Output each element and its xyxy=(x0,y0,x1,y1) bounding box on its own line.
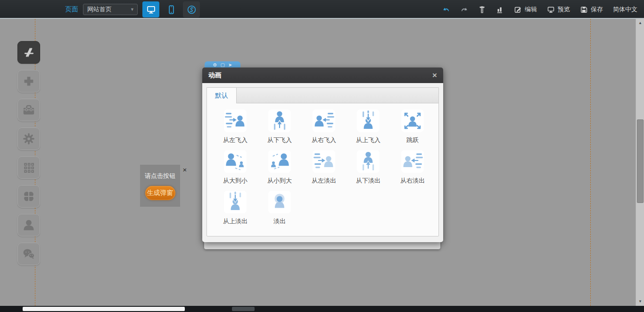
big-to-small-icon xyxy=(224,150,247,173)
mobile-view-button[interactable] xyxy=(163,1,180,17)
animation-item-fly-in-top[interactable]: 从上飞入 xyxy=(346,110,390,150)
guide-line-right xyxy=(590,19,591,306)
sidebar-item-components[interactable] xyxy=(17,185,40,208)
dialog-body: 默认 从左飞入从下飞入从右飞入从上飞入跳跃从大到小从小到大从左淡出从下淡出从右淡… xyxy=(202,83,443,242)
animation-label: 跳跃 xyxy=(406,136,419,144)
animation-label: 从左淡出 xyxy=(312,177,336,185)
edit-icon xyxy=(514,6,522,14)
animation-dialog: 动画 × 默认 从左飞入从下飞入从右飞入从上飞入跳跃从大到小从小到大从左淡出从下… xyxy=(202,67,443,242)
phone-icon xyxy=(166,5,176,15)
fly-in-left-icon xyxy=(224,110,247,132)
animation-label: 从右淡出 xyxy=(400,177,425,185)
animation-label: 从下淡出 xyxy=(356,177,380,185)
animation-label: 从上淡出 xyxy=(223,217,248,226)
sidebar-item-user[interactable] xyxy=(17,214,40,236)
page-select-value: 网站首页 xyxy=(87,5,112,14)
animation-item-fade-out-top[interactable]: 从上淡出 xyxy=(213,191,257,231)
vertical-scrollbar[interactable]: ▲ ▼ xyxy=(636,19,644,306)
animation-grid: 从左飞入从下飞入从右飞入从上飞入跳跃从大到小从小到大从左淡出从下淡出从右淡出从上… xyxy=(207,103,438,236)
stats-icon xyxy=(496,6,504,14)
popup-trigger-widget[interactable]: 请点击按钮 生成弹窗 xyxy=(140,165,180,207)
animation-item-fade-out[interactable]: 淡出 xyxy=(257,191,302,231)
preview-button-label: 预览 xyxy=(558,5,570,14)
edit-button-label: 编辑 xyxy=(525,5,537,14)
sidebar-item-modules[interactable] xyxy=(17,156,40,179)
toolbar-left-group: 页面 网站首页 ▼ xyxy=(65,0,200,19)
undo-button[interactable] xyxy=(442,6,450,14)
animation-item-big-to-small[interactable]: 从大到小 xyxy=(213,150,257,191)
undo-icon xyxy=(442,6,450,14)
animation-label: 从小到大 xyxy=(267,177,292,185)
page-label: 页面 xyxy=(65,5,78,14)
animation-item-fade-out-right[interactable]: 从右淡出 xyxy=(390,150,435,191)
fade-out-icon xyxy=(268,191,291,213)
dialog-header[interactable]: 动画 × xyxy=(202,67,443,83)
ruler-button[interactable] xyxy=(478,6,486,14)
sidebar-item-settings[interactable] xyxy=(17,127,40,150)
animation-item-fly-in-left[interactable]: 从左飞入 xyxy=(213,110,257,150)
scroll-up-icon[interactable]: ▲ xyxy=(636,20,644,26)
wechat-icon xyxy=(22,247,36,261)
animation-label: 从下飞入 xyxy=(267,136,292,144)
link-mode-button[interactable] xyxy=(183,1,200,17)
sidebar-item-add-element[interactable] xyxy=(17,70,40,93)
animation-label: 从上飞入 xyxy=(356,136,380,144)
animation-item-small-to-big[interactable]: 从小到大 xyxy=(257,150,302,191)
gear-icon: ⚙ xyxy=(213,62,217,67)
horizontal-scrollbar-thumb[interactable] xyxy=(23,307,185,311)
edit-button[interactable]: 编辑 xyxy=(514,5,537,14)
animation-item-fade-out-left[interactable]: 从左淡出 xyxy=(302,150,346,191)
widget-close-icon[interactable]: × xyxy=(181,166,189,174)
dialog-title: 动画 xyxy=(208,71,222,80)
jump-icon xyxy=(401,110,424,132)
horizontal-scrollbar-segment xyxy=(232,307,255,311)
small-to-big-icon xyxy=(268,150,291,173)
dialog-close-icon[interactable]: × xyxy=(432,71,437,79)
fade-out-top-icon xyxy=(224,191,247,213)
save-icon xyxy=(580,6,588,14)
chevron-down-icon: ▼ xyxy=(130,7,134,12)
sidebar-item-wechat[interactable] xyxy=(17,243,40,265)
cursor-icon: ➤ xyxy=(228,62,232,67)
scroll-down-icon[interactable]: ▼ xyxy=(636,298,644,305)
ruler-icon xyxy=(478,6,486,14)
language-button-label: 简体中文 xyxy=(613,5,637,14)
redo-icon xyxy=(460,6,468,14)
monitor-icon xyxy=(146,5,156,15)
toolbox-icon xyxy=(22,103,36,117)
gear-icon xyxy=(22,132,36,146)
sidebar-item-toolbox[interactable] xyxy=(17,99,40,121)
vertical-scrollbar-thumb[interactable] xyxy=(637,119,644,203)
fly-in-right-icon xyxy=(313,110,335,132)
horizontal-scrollbar[interactable] xyxy=(0,306,644,312)
animation-label: 从大到小 xyxy=(223,177,248,185)
fade-out-bottom-icon xyxy=(357,150,380,173)
redo-button[interactable] xyxy=(460,6,468,14)
save-button[interactable]: 保存 xyxy=(580,5,603,14)
person-icon xyxy=(22,218,36,232)
stats-button[interactable] xyxy=(496,6,504,14)
plus-icon xyxy=(22,74,36,88)
animation-item-fly-in-right[interactable]: 从右飞入 xyxy=(302,110,346,150)
animation-item-fly-in-bottom[interactable]: 从下飞入 xyxy=(257,110,302,150)
top-toolbar: 页面 网站首页 ▼ 编辑预览保存简体中文 xyxy=(0,0,644,19)
dialog-tab-0[interactable]: 默认 xyxy=(207,88,237,103)
animation-label: 从左飞入 xyxy=(223,136,248,144)
link-s-icon xyxy=(187,5,197,15)
animation-item-fade-out-bottom[interactable]: 从下淡出 xyxy=(346,150,390,191)
language-button[interactable]: 简体中文 xyxy=(613,5,637,14)
editor-stage: 页面 网站首页 ▼ 编辑预览保存简体中文 请点击按钮 生成弹窗 × ⚙ ▢ ➤ … xyxy=(0,0,644,312)
panel-icon: ▢ xyxy=(221,62,225,67)
animation-item-jump[interactable]: 跳跃 xyxy=(390,110,435,150)
clover-icon xyxy=(22,189,36,203)
device-toggle-group xyxy=(142,1,200,17)
preview-button[interactable]: 预览 xyxy=(547,5,570,14)
widget-text: 请点击按钮 xyxy=(145,172,175,180)
desktop-view-button[interactable] xyxy=(142,1,159,17)
animation-label: 从右飞入 xyxy=(312,136,336,144)
fly-in-bottom-icon xyxy=(268,110,291,132)
dialog-tabbar: 默认 xyxy=(207,88,438,103)
generate-popup-button[interactable]: 生成弹窗 xyxy=(145,186,175,200)
sidebar-item-design-tools[interactable] xyxy=(17,41,40,64)
page-select[interactable]: 网站首页 ▼ xyxy=(83,4,138,15)
